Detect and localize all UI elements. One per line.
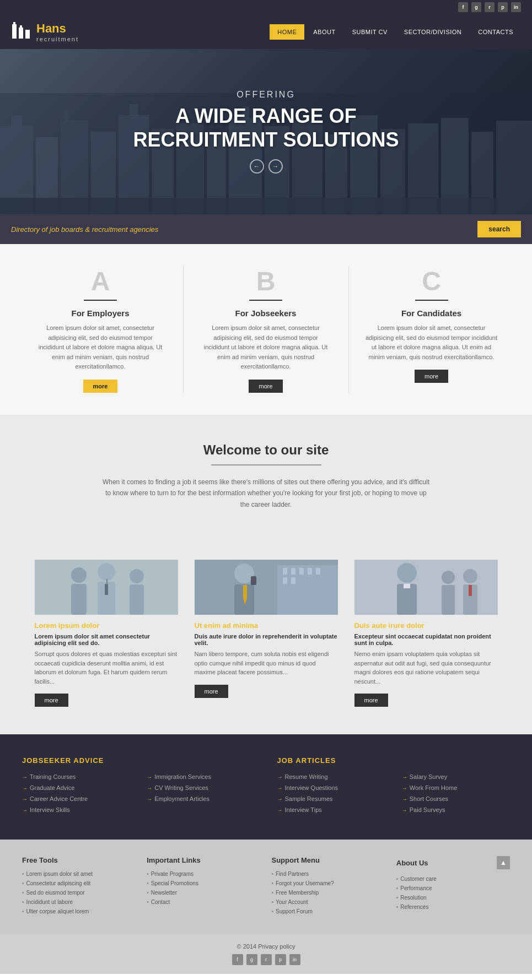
link-career-advice[interactable]: → Career Advice Centre [22,795,130,802]
nav-about[interactable]: ABOUT [305,24,343,40]
link-immigration[interactable]: → Immigration Services [147,773,255,780]
hero-prev-arrow[interactable]: ← [250,159,264,174]
link-your-account[interactable]: Your Account [272,899,385,905]
pinterest-icon-top[interactable]: p [498,2,508,12]
googleplus-icon-top[interactable]: g [471,2,481,12]
facebook-icon-bottom[interactable]: f [232,954,243,965]
feature-a-more-button[interactable]: more [83,380,118,393]
arrow-icon: → [22,785,28,791]
link-lorem5[interactable]: Ulter corpse aliquet lorem [22,908,136,914]
footer-top: JOBSEEKER ADVICE → Training Courses → Gr… [0,734,532,840]
svg-rect-40 [283,568,287,575]
arrow-icon: → [402,785,407,791]
svg-point-30 [71,567,87,583]
link-lorem1[interactable]: Lorem ipsum dolor sit amet [22,871,136,877]
arrow-icon: → [277,774,283,780]
link-support-forum[interactable]: Support Forum [272,908,385,914]
feature-c-more-button[interactable]: more [415,370,448,383]
link-newsletter[interactable]: Newsletter [147,890,260,896]
article-3-subtitle: Excepteur sint occaecat cupidatat non pr… [354,633,498,646]
features-section: A For Employers Lorem ipsum dolor sit am… [0,244,532,415]
svg-rect-35 [130,584,144,615]
arrow-icon: → [147,785,152,791]
article-3-image [354,560,498,615]
search-button[interactable]: search [477,221,521,237]
nav-home[interactable]: HOME [270,24,304,40]
svg-rect-46 [291,577,295,584]
link-references[interactable]: References [396,904,510,910]
link-training-courses[interactable]: → Training Courses [22,773,130,780]
link-lorem3[interactable]: Sed do eiusmod tempor [22,890,136,896]
jobseeker-advice-title: JOBSEEKER ADVICE [22,756,255,765]
link-forgot-username[interactable]: Forgot your Username? [272,880,385,886]
feature-b-divider [249,300,282,301]
article-1-title: Lorem ipsum dolor [35,621,178,630]
pinterest-icon-bottom[interactable]: p [275,954,286,965]
svg-rect-3 [20,25,22,29]
link-paid-surveys[interactable]: → Paid Surveys [402,806,510,813]
link-salary-survey[interactable]: → Salary Survey [402,773,510,780]
nav-submit-cv[interactable]: SUBMIT CV [345,24,395,40]
footer-gray: Free Tools Lorem ipsum dolor sit amet Co… [0,840,532,934]
link-employment-articles[interactable]: → Employment Articles [147,795,255,802]
svg-rect-2 [19,28,23,39]
facebook-icon-top[interactable]: f [458,2,468,12]
link-performance[interactable]: Performance [396,885,510,891]
hero-section: OFFERING A WIDE RANGE OFRECRUITMENT SOLU… [0,49,532,214]
article-3-more-button[interactable]: more [354,694,388,707]
article-2-more-button[interactable]: more [195,685,228,698]
important-links-col: Important Links Private Programs Special… [147,856,260,918]
job-articles-col: JOB ARTICLES → Resume Writing → Intervie… [277,756,510,817]
link-interview-skills[interactable]: → Interview Skills [22,806,130,813]
arrow-icon: → [277,785,283,791]
feature-b-more-button[interactable]: more [249,380,282,393]
header: Hans recruitment HOME ABOUT SUBMIT CV SE… [0,14,532,49]
nav-contacts[interactable]: CONTACTS [470,24,521,40]
arrow-icon: → [147,774,152,780]
link-short-courses[interactable]: → Short Courses [402,795,510,802]
link-private-programs[interactable]: Private Programs [147,871,260,877]
linkedin-icon-bottom[interactable]: in [289,954,300,965]
link-lorem2[interactable]: Consectetur adipiscing elit [22,880,136,886]
link-special-promotions[interactable]: Special Promotions [147,880,260,886]
rss-icon-top[interactable]: r [485,2,495,12]
search-bar: Directory of job boards & recruitment ag… [0,214,532,244]
jobseeker-links: → Training Courses → Graduate Advice → C… [22,773,255,817]
svg-rect-49 [251,576,256,585]
link-work-from-home[interactable]: → Work From Home [402,784,510,791]
link-interview-questions[interactable]: → Interview Questions [277,784,385,791]
copyright-text: © 2014 Privacy policy [9,943,523,950]
link-find-partners[interactable]: Find Partners [272,871,385,877]
job-articles-links: → Resume Writing → Interview Questions →… [277,773,510,817]
jobseeker-links-col2: → Immigration Services → CV Writing Serv… [147,773,255,817]
jobseeker-links-col1: → Training Courses → Graduate Advice → C… [22,773,130,817]
article-1-more-button[interactable]: more [35,694,68,707]
logo-icon [11,20,31,44]
support-menu-col: Support Menu Find Partners Forgot your U… [272,856,385,918]
feature-c-divider [415,300,448,301]
link-resolution[interactable]: Resolution [396,895,510,901]
free-tools-col: Free Tools Lorem ipsum dolor sit amet Co… [22,856,136,918]
link-customer-care[interactable]: Customer care [396,876,510,882]
link-sample-resumes[interactable]: → Sample Resumes [277,795,385,802]
arrow-icon: → [147,796,152,802]
link-lorem4[interactable]: Incididunt ut labore [22,899,136,905]
feature-c-desc: Lorem ipsum dolor sit amet, consectetur … [366,323,498,362]
link-resume-writing[interactable]: → Resume Writing [277,773,385,780]
link-cv-writing[interactable]: → CV Writing Services [147,784,255,791]
scroll-top-button[interactable]: ▲ [497,856,510,869]
linkedin-icon-top[interactable]: in [511,2,521,12]
link-free-membership[interactable]: Free Membership [272,890,385,896]
svg-point-34 [130,569,144,583]
link-graduate-advice[interactable]: → Graduate Advice [22,784,130,791]
svg-rect-50 [243,585,247,598]
feature-a-desc: Lorem ipsum dolor sit amet, consectetur … [35,323,166,372]
rss-icon-bottom[interactable]: r [261,954,272,965]
nav-sector[interactable]: SECTOR/DIVISION [396,24,469,40]
hero-next-arrow[interactable]: → [268,159,283,174]
link-contact[interactable]: Contact [147,899,260,905]
googleplus-icon-bottom[interactable]: g [246,954,257,965]
svg-rect-37 [106,579,108,584]
link-interview-tips[interactable]: → Interview Tips [277,806,385,813]
welcome-text: When it comes to finding a job it seems … [101,477,432,510]
